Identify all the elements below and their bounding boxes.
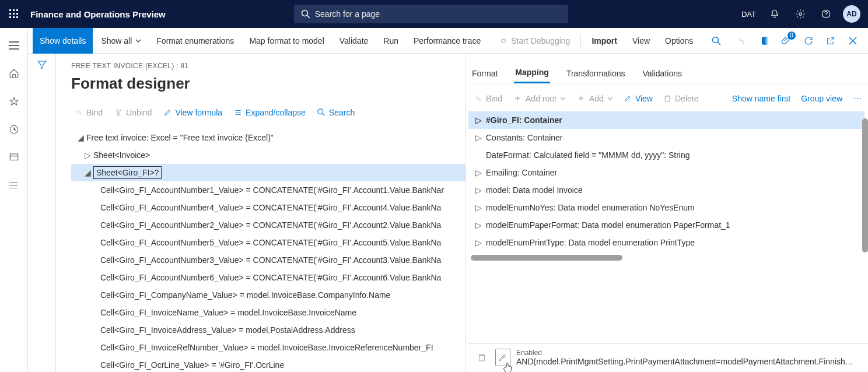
nav-hamburger-icon[interactable] xyxy=(2,34,26,57)
caret-down-icon[interactable]: ◢ xyxy=(82,168,93,177)
command-search-icon[interactable] xyxy=(701,28,728,54)
office-icon[interactable] xyxy=(754,30,775,51)
caret-right-icon[interactable]: ▷ xyxy=(473,115,484,125)
format-tree: ◢Free text invoice: Excel = "Free text i… xyxy=(71,129,466,372)
mapping-delete-button: Delete xyxy=(660,92,702,106)
horizontal-scrollbar[interactable] xyxy=(471,255,622,261)
svg-rect-15 xyxy=(10,154,18,160)
view-formula-label: View formula xyxy=(175,108,222,117)
delete-formula-icon[interactable] xyxy=(474,349,489,366)
tree-cell[interactable]: Cell<Giro_FI_AccountNumber6_Value> = CON… xyxy=(71,269,466,286)
mapping-row[interactable]: DateFormat: Calculated field = "MMMM dd,… xyxy=(468,146,864,164)
svg-rect-0 xyxy=(9,9,11,11)
options-button[interactable]: Options xyxy=(658,28,700,54)
tree-sheet-invoice[interactable]: ▷Sheet<Invoice> xyxy=(71,146,466,164)
unbind-label: Unbind xyxy=(126,108,152,117)
tab-format[interactable]: Format xyxy=(471,64,499,83)
vertical-scrollbar[interactable] xyxy=(862,118,868,252)
tree-cell[interactable]: Cell<Giro_FI_InvoiceName_Value> = model.… xyxy=(71,304,466,321)
link-icon[interactable] xyxy=(732,30,752,51)
mapping-row[interactable]: ▷model: Data model Invoice xyxy=(468,181,864,199)
mapping-row[interactable]: ▷modelEnumPrintType: Data model enumerat… xyxy=(468,234,864,251)
caret-right-icon[interactable]: ▷ xyxy=(473,185,484,195)
attachment-badge: 0 xyxy=(788,31,796,40)
help-icon[interactable] xyxy=(814,0,838,28)
caret-right-icon[interactable]: ▷ xyxy=(473,220,484,230)
notifications-icon[interactable] xyxy=(763,0,786,28)
expand-icon xyxy=(234,108,242,117)
show-name-first-button[interactable]: Show name first xyxy=(729,92,794,106)
mapping-row[interactable]: ▷#Giro_FI: Container xyxy=(468,111,864,129)
nav-modules-icon[interactable] xyxy=(2,174,26,197)
nav-workspaces-icon[interactable] xyxy=(2,146,26,169)
left-nav-rail xyxy=(0,28,28,372)
tree-root[interactable]: ◢Free text invoice: Excel = "Free text i… xyxy=(71,129,466,146)
view-formula-button[interactable]: View formula xyxy=(160,106,226,120)
mapping-row[interactable]: ▷Emailing: Container xyxy=(468,164,864,181)
add-root-button[interactable]: ＋Add root xyxy=(509,90,569,107)
tree-sheet-giro[interactable]: ◢Sheet<Giro_FI>? xyxy=(71,164,466,181)
tree-cell[interactable]: Cell<Giro_FI_AccountNumber3_Value> = CON… xyxy=(71,251,466,269)
caret-down-icon[interactable]: ◢ xyxy=(75,133,86,142)
show-all-button[interactable]: Show all xyxy=(94,28,148,54)
mapping-row[interactable]: ▷Constants: Container xyxy=(468,129,864,146)
group-view-button[interactable]: Group view xyxy=(797,92,846,106)
refresh-icon[interactable] xyxy=(798,30,819,51)
view-button[interactable]: View xyxy=(625,28,657,54)
mapping-label: modelEnumPrintType: Data model enumerati… xyxy=(486,238,695,247)
performance-trace-button[interactable]: Performance trace xyxy=(407,28,488,54)
bind-icon xyxy=(474,94,482,103)
tree-cell[interactable]: Cell<Giro_FI_AccountNumber4_Value> = CON… xyxy=(71,199,466,216)
caret-right-icon[interactable]: ▷ xyxy=(473,238,484,247)
mapping-label: DateFormat: Calculated field = "MMMM dd,… xyxy=(486,150,690,160)
settings-icon[interactable] xyxy=(789,0,812,28)
import-button[interactable]: Import xyxy=(584,28,624,54)
map-format-button[interactable]: Map format to model xyxy=(242,28,331,54)
right-pane: Format Mapping Transformations Validatio… xyxy=(466,54,868,372)
tree-cell[interactable]: Cell<Giro_FI_InvoiceRefNumber_Value> = m… xyxy=(71,339,466,356)
mapping-view-button[interactable]: View xyxy=(620,92,656,106)
close-icon[interactable] xyxy=(842,30,863,51)
nav-recent-icon[interactable] xyxy=(2,118,26,141)
user-avatar[interactable]: AD xyxy=(840,0,863,28)
caret-right-icon[interactable]: ▷ xyxy=(82,150,93,160)
caret-right-icon[interactable]: ▷ xyxy=(473,203,484,212)
nav-home-icon[interactable] xyxy=(2,62,26,85)
chevron-down-icon xyxy=(560,96,566,101)
svg-point-13 xyxy=(825,16,826,16)
svg-point-11 xyxy=(799,13,802,16)
tab-mapping[interactable]: Mapping xyxy=(514,63,550,83)
add-button[interactable]: ＋Add xyxy=(573,90,617,107)
attachments-icon[interactable]: 0 xyxy=(776,30,797,51)
mapping-bind-button: Bind xyxy=(471,92,506,106)
tree-cell[interactable]: Cell<Giro_FI_OcrLine_Value> = '#Giro_FI'… xyxy=(71,356,466,372)
run-button[interactable]: Run xyxy=(376,28,405,54)
validate-button[interactable]: Validate xyxy=(332,28,376,54)
tab-transformations[interactable]: Transformations xyxy=(565,64,626,83)
svg-point-18 xyxy=(9,188,10,189)
format-enumerations-button[interactable]: Format enumerations xyxy=(149,28,241,54)
expand-collapse-button[interactable]: Expand/collapse xyxy=(230,106,309,120)
tree-root-label: Free text invoice: Excel = "Free text in… xyxy=(86,133,274,142)
tree-cell[interactable]: Cell<Giro_FI_CompanyName_Value> = model.… xyxy=(71,286,466,304)
tree-cell[interactable]: Cell<Giro_FI_AccountNumber1_Value> = CON… xyxy=(71,181,466,199)
avatar-initials: AD xyxy=(843,5,860,23)
popout-icon[interactable] xyxy=(820,30,841,51)
more-icon[interactable]: ⋯ xyxy=(849,94,866,103)
edit-formula-icon[interactable] xyxy=(495,349,510,366)
mapping-row[interactable]: ▷modelEnumNoYes: Data model enumeration … xyxy=(468,199,864,216)
tab-validations[interactable]: Validations xyxy=(642,64,683,83)
caret-right-icon[interactable]: ▷ xyxy=(473,168,484,177)
tree-cell[interactable]: Cell<Giro_FI_AccountNumber5_Value> = CON… xyxy=(71,234,466,251)
designer-search-button[interactable]: Search xyxy=(314,106,358,120)
filter-icon[interactable] xyxy=(37,59,47,372)
company-label[interactable]: DAT xyxy=(741,10,756,19)
app-launcher-icon[interactable] xyxy=(5,5,23,23)
tree-cell[interactable]: Cell<Giro_FI_AccountNumber2_Value> = CON… xyxy=(71,216,466,234)
nav-favorites-icon[interactable] xyxy=(2,90,26,113)
show-details-button[interactable]: Show details xyxy=(33,28,93,54)
tree-cell[interactable]: Cell<Giro_FI_InvoiceAddress_Value> = mod… xyxy=(71,321,466,339)
global-search[interactable]: Search for a page xyxy=(294,5,568,23)
mapping-row[interactable]: ▷modelEnumPaperFormat: Data model enumer… xyxy=(468,216,864,234)
caret-right-icon[interactable]: ▷ xyxy=(473,133,484,142)
